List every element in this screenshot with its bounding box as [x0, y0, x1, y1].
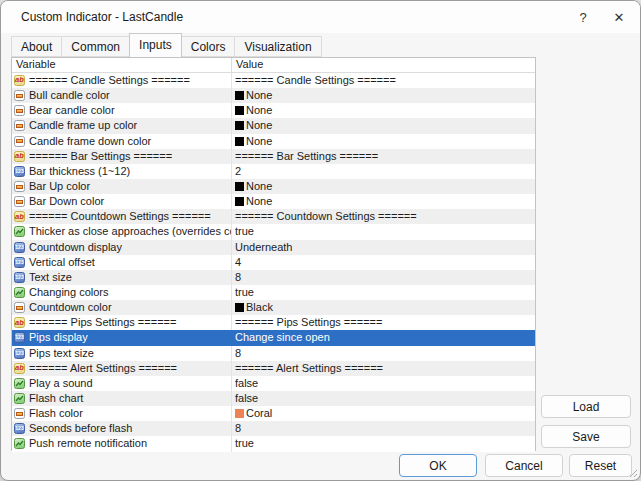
value-cell[interactable]: 8: [232, 270, 535, 285]
value-cell[interactable]: true: [232, 436, 535, 451]
value-cell[interactable]: true: [232, 285, 535, 300]
value-label: 2: [235, 166, 241, 177]
value-cell[interactable]: ====== Countdown Settings ======: [232, 209, 535, 224]
value-cell[interactable]: ====== Candle Settings ======: [232, 73, 535, 88]
table-row[interactable]: 123Pips text size8: [12, 346, 535, 361]
color-icon: [14, 196, 25, 207]
value-label: Black: [246, 302, 273, 313]
variable-cell: Bar Up color: [12, 179, 232, 194]
value-cell[interactable]: 4: [232, 255, 535, 270]
value-label: ====== Countdown Settings ======: [235, 211, 417, 222]
tab-visualization[interactable]: Visualization: [235, 36, 321, 57]
variable-label: Pips text size: [29, 348, 94, 359]
window-title: Custom Indicator - LastCandle: [21, 10, 183, 24]
variable-label: Thicker as close approaches (overrides c…: [29, 226, 232, 237]
value-cell[interactable]: None: [232, 103, 535, 118]
value-cell[interactable]: None: [232, 118, 535, 133]
table-row[interactable]: Bull candle colorNone: [12, 88, 535, 103]
color-swatch: [235, 121, 244, 130]
variable-cell: Countdown color: [12, 300, 232, 315]
table-row[interactable]: Play a soundfalse: [12, 376, 535, 391]
color-icon: [14, 90, 25, 101]
value-cell[interactable]: Coral: [232, 406, 535, 421]
table-row[interactable]: Changing colorstrue: [12, 285, 535, 300]
variable-label: Text size: [29, 272, 72, 283]
table-row[interactable]: ab====== Bar Settings ============ Bar S…: [12, 149, 535, 164]
table-row[interactable]: Candle frame up colorNone: [12, 118, 535, 133]
table-row[interactable]: Thicker as close approaches (overrides c…: [12, 224, 535, 239]
value-cell[interactable]: None: [232, 134, 535, 149]
cancel-button[interactable]: Cancel: [485, 454, 563, 477]
value-cell[interactable]: ====== Bar Settings ======: [232, 149, 535, 164]
variable-label: Bar Up color: [29, 181, 90, 192]
table-row[interactable]: 123Pips displayChange since open: [12, 330, 535, 345]
column-header-value: Value: [232, 58, 535, 72]
value-cell[interactable]: None: [232, 88, 535, 103]
value-label: None: [246, 105, 272, 116]
numeric-icon: 123: [14, 257, 25, 268]
tab-common[interactable]: Common: [62, 36, 130, 57]
table-row[interactable]: Bar Up colorNone: [12, 179, 535, 194]
value-cell[interactable]: ====== Alert Settings ======: [232, 361, 535, 376]
table-row[interactable]: ab====== Alert Settings ============ Ale…: [12, 361, 535, 376]
variable-label: Seconds before flash: [29, 423, 132, 434]
value-label: false: [235, 378, 258, 389]
table-row[interactable]: Flash chartfalse: [12, 391, 535, 406]
value-cell[interactable]: None: [232, 194, 535, 209]
reset-button[interactable]: Reset: [569, 454, 632, 477]
value-cell[interactable]: true: [232, 224, 535, 239]
ok-button[interactable]: OK: [399, 454, 477, 477]
variable-label: Push remote notification: [29, 438, 147, 449]
value-cell[interactable]: false: [232, 376, 535, 391]
value-cell[interactable]: None: [232, 179, 535, 194]
text-icon: ab: [14, 211, 25, 222]
table-row[interactable]: 123Text size8: [12, 270, 535, 285]
table-row[interactable]: ab====== Candle Settings ============ Ca…: [12, 73, 535, 88]
resize-grip[interactable]: [628, 468, 638, 478]
value-label: 8: [235, 423, 241, 434]
table-row[interactable]: Countdown colorBlack: [12, 300, 535, 315]
value-label: Coral: [246, 408, 272, 419]
save-button[interactable]: Save: [541, 425, 631, 448]
table-row[interactable]: Bar Down colorNone: [12, 194, 535, 209]
value-cell[interactable]: Change since open: [232, 330, 535, 345]
value-label: ====== Bar Settings ======: [235, 151, 378, 162]
variable-cell: 123Countdown display: [12, 240, 232, 255]
tab-colors[interactable]: Colors: [182, 36, 236, 57]
variable-cell: 123Pips display: [12, 330, 232, 345]
variable-cell: ab====== Alert Settings ======: [12, 361, 232, 376]
table-row[interactable]: Bear candle colorNone: [12, 103, 535, 118]
tab-about[interactable]: About: [11, 36, 62, 57]
variable-cell: ab====== Countdown Settings ======: [12, 209, 232, 224]
value-cell[interactable]: 8: [232, 421, 535, 436]
value-cell[interactable]: Black: [232, 300, 535, 315]
table-row[interactable]: Push remote notificationtrue: [12, 436, 535, 451]
variable-cell: Thicker as close approaches (overrides c…: [12, 224, 232, 239]
close-button[interactable]: ✕: [602, 1, 636, 33]
help-button[interactable]: ?: [566, 1, 600, 33]
table-row[interactable]: ab====== Countdown Settings ============…: [12, 209, 535, 224]
table-row[interactable]: Candle frame down colorNone: [12, 134, 535, 149]
load-button[interactable]: Load: [541, 395, 631, 418]
table-row[interactable]: 123Vertical offset4: [12, 255, 535, 270]
table-row[interactable]: ab====== Pips Settings ============ Pips…: [12, 315, 535, 330]
variable-label: Play a sound: [29, 378, 93, 389]
table-row[interactable]: 123Countdown displayUnderneath: [12, 240, 535, 255]
value-cell[interactable]: false: [232, 391, 535, 406]
tab-inputs[interactable]: Inputs: [129, 33, 182, 57]
value-cell[interactable]: Underneath: [232, 240, 535, 255]
value-cell[interactable]: ====== Pips Settings ======: [232, 315, 535, 330]
variable-label: ====== Bar Settings ======: [29, 151, 172, 162]
value-label: 4: [235, 257, 241, 268]
table-row[interactable]: 123Seconds before flash8: [12, 421, 535, 436]
variable-label: ====== Alert Settings ======: [29, 363, 177, 374]
variable-cell: 123Text size: [12, 270, 232, 285]
value-label: None: [246, 196, 272, 207]
value-label: true: [235, 438, 254, 449]
numeric-icon: 123: [14, 348, 25, 359]
value-cell[interactable]: 8: [232, 346, 535, 361]
variable-cell: Push remote notification: [12, 436, 232, 451]
value-cell[interactable]: 2: [232, 164, 535, 179]
table-row[interactable]: Flash colorCoral: [12, 406, 535, 421]
table-row[interactable]: 123Bar thickness (1~12)2: [12, 164, 535, 179]
